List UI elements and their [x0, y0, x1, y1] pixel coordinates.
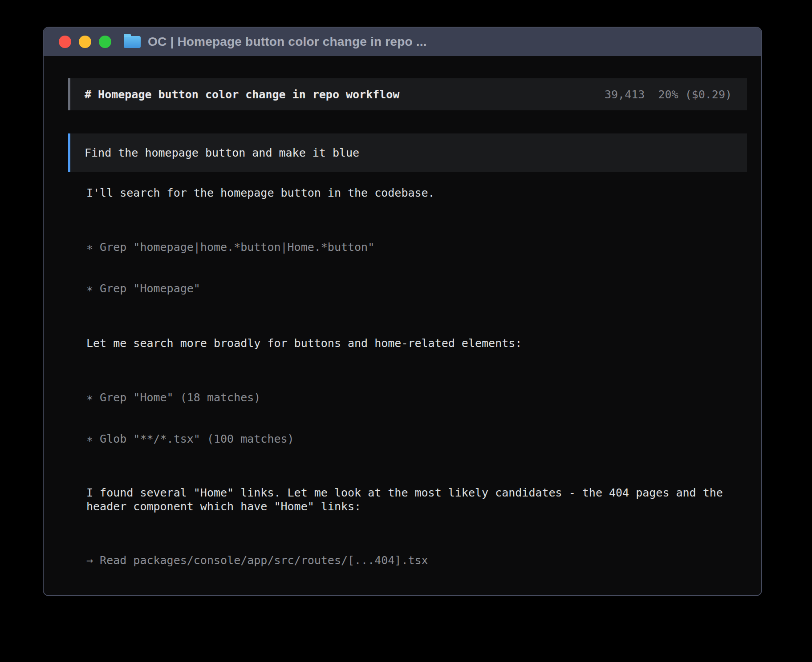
terminal-window: OC | Homepage button color change in rep… — [43, 27, 762, 596]
minimize-button[interactable] — [79, 36, 91, 48]
tool-call-glob: ∗ Glob "**/*.tsx" (100 matches) — [86, 432, 761, 446]
tool-call-grep: ∗ Grep "homepage|home.*button|Home.*butt… — [86, 240, 761, 254]
session-title: # Homepage button color change in repo w… — [85, 88, 399, 101]
titlebar[interactable]: OC | Homepage button color change in rep… — [44, 28, 761, 56]
tool-call-list: → Read packages/console/app/src/routes/[… — [86, 526, 761, 596]
user-message-text: Find the homepage button and make it blu… — [85, 146, 359, 160]
assistant-text: I found several "Home" links. Let me loo… — [86, 486, 750, 513]
tool-call-grep: ∗ Grep "Home" (18 matches) — [86, 391, 761, 404]
close-button[interactable] — [59, 36, 71, 48]
zoom-button[interactable] — [99, 36, 111, 48]
window-title: OC | Homepage button color change in rep… — [148, 35, 427, 49]
user-message: Find the homepage button and make it blu… — [68, 133, 747, 172]
assistant-text: Let me search more broadly for buttons a… — [86, 336, 750, 350]
traffic-lights — [59, 36, 111, 48]
tool-call-read: → Read packages/console/app/src/componen… — [86, 595, 761, 596]
assistant-text: I'll search for the homepage button in t… — [86, 186, 750, 200]
folder-icon — [124, 36, 141, 48]
session-token-stats: 39,413 20% ($0.29) — [605, 88, 732, 101]
tool-call-list: ∗ Grep "homepage|home.*button|Home.*butt… — [86, 213, 761, 323]
tool-call-read: → Read packages/console/app/src/routes/[… — [86, 553, 761, 567]
tool-call-grep: ∗ Grep "Homepage" — [86, 282, 761, 295]
terminal-content: # Homepage button color change in repo w… — [44, 56, 761, 596]
tool-call-list: ∗ Grep "Home" (18 matches) ∗ Glob "**/*.… — [86, 363, 761, 473]
session-header: # Homepage button color change in repo w… — [68, 78, 747, 110]
